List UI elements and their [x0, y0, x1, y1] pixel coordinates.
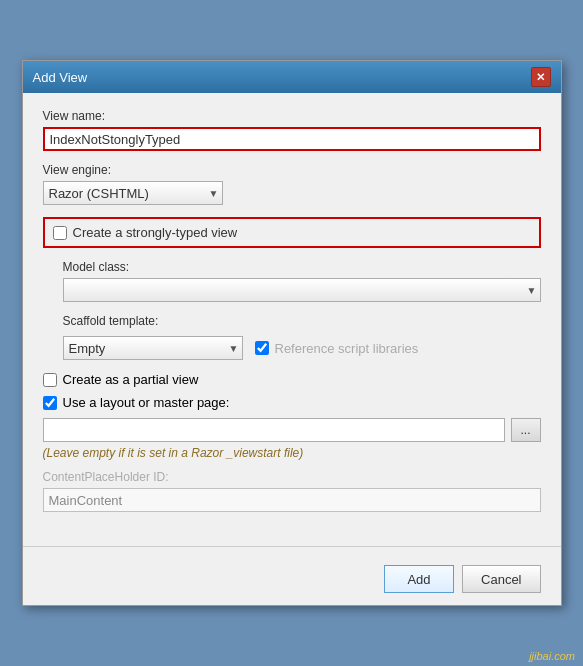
add-button[interactable]: Add [384, 565, 454, 593]
content-placeholder-input[interactable] [43, 488, 541, 512]
view-name-label: View name: [43, 109, 541, 123]
model-class-select[interactable] [63, 278, 541, 302]
cancel-button[interactable]: Cancel [462, 565, 540, 593]
view-engine-group: View engine: Razor (CSHTML) ASPX ▼ [43, 163, 541, 205]
strongly-typed-label: Create a strongly-typed view [73, 225, 238, 240]
content-placeholder-label: ContentPlaceHolder ID: [43, 470, 541, 484]
view-name-input[interactable] [43, 127, 541, 151]
scaffold-row: Empty Create Delete Details Edit List ▼ … [63, 336, 541, 360]
scaffold-select[interactable]: Empty Create Delete Details Edit List [63, 336, 243, 360]
partial-view-row: Create as a partial view [43, 372, 541, 387]
title-bar: Add View ✕ [23, 61, 561, 93]
button-row: Add Cancel [23, 557, 561, 605]
reference-scripts-row: Reference script libraries [255, 341, 419, 356]
view-engine-select-wrapper: Razor (CSHTML) ASPX ▼ [43, 181, 223, 205]
layout-hint: (Leave empty if it is set in a Razor _vi… [43, 446, 541, 460]
reference-scripts-checkbox[interactable] [255, 341, 269, 355]
close-button[interactable]: ✕ [531, 67, 551, 87]
view-engine-label: View engine: [43, 163, 541, 177]
model-scaffold-section: Model class: ▼ Scaffold template: Empty … [43, 260, 541, 360]
layout-checkbox[interactable] [43, 396, 57, 410]
model-class-label: Model class: [63, 260, 541, 274]
scaffold-select-wrapper: Empty Create Delete Details Edit List ▼ [63, 336, 243, 360]
partial-view-label: Create as a partial view [63, 372, 199, 387]
layout-path-input[interactable] [43, 418, 505, 442]
scaffold-template-label: Scaffold template: [63, 314, 541, 328]
view-name-group: View name: [43, 109, 541, 151]
browse-button[interactable]: ... [511, 418, 541, 442]
layout-label: Use a layout or master page: [63, 395, 230, 410]
watermark: jjibai.com [529, 650, 575, 662]
content-placeholder-group: ContentPlaceHolder ID: [43, 470, 541, 512]
layout-input-row: ... [43, 418, 541, 442]
model-class-select-wrapper: ▼ [63, 278, 541, 302]
view-engine-select[interactable]: Razor (CSHTML) ASPX [43, 181, 223, 205]
layout-section: Use a layout or master page: ... (Leave … [43, 395, 541, 460]
add-view-dialog: Add View ✕ View name: View engine: Razor… [22, 60, 562, 606]
partial-view-checkbox[interactable] [43, 373, 57, 387]
scaffold-template-group: Scaffold template: Empty Create Delete D… [63, 314, 541, 360]
footer-divider [23, 546, 561, 547]
model-class-group: Model class: ▼ [63, 260, 541, 302]
strongly-typed-row: Create a strongly-typed view [43, 217, 541, 248]
dialog-body: View name: View engine: Razor (CSHTML) A… [23, 93, 561, 536]
dialog-title: Add View [33, 70, 88, 85]
reference-scripts-label: Reference script libraries [275, 341, 419, 356]
layout-checkbox-row: Use a layout or master page: [43, 395, 541, 410]
strongly-typed-checkbox[interactable] [53, 226, 67, 240]
